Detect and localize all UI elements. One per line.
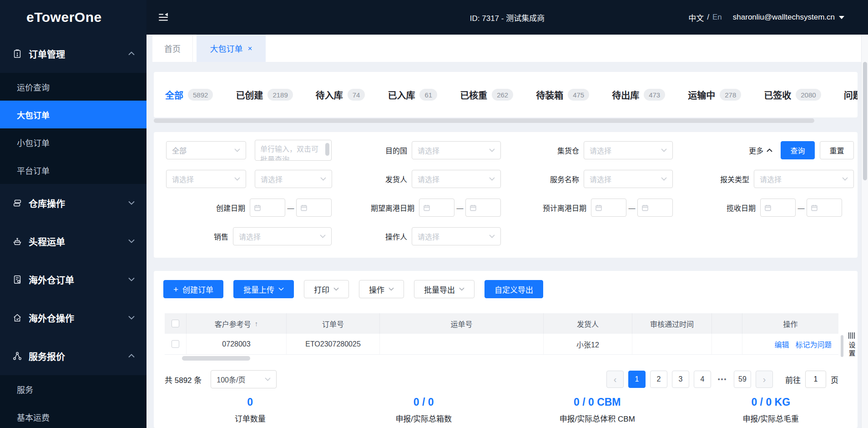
status-tab-weighed[interactable]: 已核重 262	[460, 88, 513, 102]
table-horizontal-scrollbar[interactable]	[182, 356, 250, 361]
close-icon[interactable]: ×	[248, 45, 252, 52]
sidebar: eTowerOne 订单管理 运价查询 大包订单 小包订单 平台订单	[0, 0, 146, 428]
expected-etd-end-input[interactable]	[465, 199, 501, 217]
field-label: 报关类型	[673, 173, 754, 184]
select-all-checkbox[interactable]	[172, 320, 179, 327]
sales-select[interactable]: 请选择	[233, 227, 332, 245]
app-logo[interactable]: eTowerOne	[0, 0, 146, 35]
quote-network-icon	[12, 351, 23, 362]
scrollbar-thumb[interactable]	[863, 62, 867, 180]
hub-warehouse-select[interactable]: 请选择	[584, 141, 673, 159]
prev-page-button[interactable]: ‹	[606, 371, 624, 388]
sidebar-group-order-management[interactable]: 订单管理	[0, 35, 146, 73]
column-header-waybill-no[interactable]: 运单号	[380, 313, 544, 334]
table-vertical-scrollbar[interactable]	[841, 335, 843, 357]
caret-down-icon[interactable]	[839, 16, 844, 19]
reset-button[interactable]: 重置	[820, 141, 854, 159]
shipper-select[interactable]: 请选择	[412, 170, 501, 188]
table-row[interactable]: 0728003 ETO2307280025 小张12 编辑 标记为问题	[165, 334, 838, 355]
goto-page-input[interactable]	[805, 371, 826, 388]
scrollbar-thumb[interactable]	[154, 118, 814, 123]
operator-select[interactable]: 请选择	[412, 227, 501, 245]
lang-en[interactable]: En	[712, 13, 722, 22]
batch-export-button[interactable]: 批量导出	[414, 280, 474, 298]
sidebar-item-freight-query[interactable]: 运价查询	[0, 73, 146, 101]
sidebar-item-base-freight[interactable]: 基本运费	[0, 403, 146, 428]
column-header-customer-ref[interactable]: 客户参考号 ↑	[187, 313, 287, 334]
lang-zh[interactable]: 中文	[688, 12, 704, 23]
row-checkbox[interactable]	[172, 340, 179, 348]
status-tab-all[interactable]: 全部 5892	[165, 88, 213, 102]
chevron-down-icon	[265, 377, 271, 381]
order-type-select[interactable]: 全部	[166, 141, 246, 159]
filter-select-a[interactable]: 请选择	[166, 170, 246, 188]
search-button[interactable]: 查询	[781, 141, 815, 159]
tab-big-parcel-orders[interactable]: 大包订单 ×	[197, 35, 266, 62]
sidebar-item-platform-orders[interactable]: 平台订单	[0, 156, 146, 184]
status-tab-created[interactable]: 已创建 2189	[236, 88, 293, 102]
sidebar-group-warehouse-ops[interactable]: 仓库操作	[0, 184, 146, 222]
dest-country-select[interactable]: 请选择	[412, 141, 501, 159]
sidebar-item-small-parcel-orders[interactable]: 小包订单	[0, 128, 146, 156]
sidebar-group-first-leg[interactable]: 头程运单	[0, 222, 146, 260]
tab-home[interactable]: 首页	[152, 35, 193, 62]
service-name-select[interactable]: 请选择	[584, 170, 673, 188]
sidebar-group-service-quote[interactable]: 服务报价	[0, 337, 146, 375]
page-button-2[interactable]: 2	[650, 371, 667, 388]
chevron-down-icon	[128, 239, 135, 244]
filter-select-b[interactable]: 请选择	[255, 170, 332, 188]
batch-search-input[interactable]: 单行输入，双击可批量查询	[255, 140, 332, 161]
pickup-date-end-input[interactable]	[807, 199, 842, 217]
sidebar-group-label: 头程运单	[29, 235, 128, 248]
sidebar-group-overseas-orders[interactable]: 海外仓订单	[0, 260, 146, 299]
summary-label: 订单数量	[163, 413, 337, 424]
print-button[interactable]: 打印	[304, 280, 349, 298]
column-settings-button[interactable]: 设置	[846, 332, 857, 358]
page-button-1[interactable]: 1	[628, 371, 646, 388]
sidebar-group-overseas-ops[interactable]: 海外仓操作	[0, 299, 146, 337]
status-tab-pending-outbound[interactable]: 待出库 473	[612, 88, 665, 102]
actions-button[interactable]: 操作	[359, 280, 404, 298]
create-order-button[interactable]: + 创建订单	[163, 280, 223, 298]
summary-label: 申报/实际总毛重	[684, 413, 858, 424]
column-header-audit-time[interactable]: 审核通过时间	[632, 313, 712, 334]
custom-export-button[interactable]: 自定义导出	[484, 280, 543, 298]
sort-asc-icon[interactable]: ↑	[255, 320, 258, 327]
created-date-start-input[interactable]	[250, 199, 285, 217]
sidebar-item-big-parcel-orders[interactable]: 大包订单	[0, 101, 146, 128]
page-button-3[interactable]: 3	[672, 371, 689, 388]
field-label: 目的国	[332, 145, 412, 156]
estimated-etd-start-input[interactable]	[591, 199, 626, 217]
column-header-shipper[interactable]: 发货人	[544, 313, 632, 334]
page-ellipsis[interactable]: •••	[716, 376, 729, 383]
status-tab-delivered[interactable]: 已签收 2080	[764, 88, 821, 102]
calendar-icon	[641, 204, 649, 211]
column-header-order-no[interactable]: 订单号	[287, 313, 380, 334]
page-scrollbar[interactable]	[861, 35, 868, 428]
next-page-button[interactable]: ›	[756, 371, 773, 388]
status-tab-problem[interactable]: 问题件	[844, 88, 858, 102]
created-date-end-input[interactable]	[296, 199, 332, 217]
pickup-date-start-input[interactable]	[760, 199, 796, 217]
status-tab-inbound[interactable]: 已入库 61	[388, 88, 437, 102]
page-button-last[interactable]: 59	[734, 371, 751, 388]
customs-type-select[interactable]: 请选择	[754, 170, 854, 188]
lang-divider: /	[707, 13, 709, 22]
horizontal-scrollbar[interactable]	[154, 118, 858, 123]
edit-link[interactable]: 编辑	[775, 339, 789, 350]
summary-stats: 0 订单数量 0 / 0 申报/实际总箱数 0 / 0 CBM 申报/实际总体积…	[163, 396, 858, 424]
status-tab-in-transit[interactable]: 运输中 278	[688, 88, 741, 102]
mark-problem-link[interactable]: 标记为问题	[796, 339, 831, 350]
user-email[interactable]: sharonliu@walltechsystem.cn	[733, 13, 835, 22]
estimated-etd-end-input[interactable]	[637, 199, 673, 217]
page-size-select[interactable]: 100条/页	[211, 370, 277, 388]
status-tab-pending-inbound[interactable]: 待入库 74	[316, 88, 365, 102]
more-filters-toggle[interactable]: 更多	[749, 145, 772, 156]
page-button-4[interactable]: 4	[694, 371, 711, 388]
chevron-down-icon	[661, 148, 667, 152]
scrollbar-thumb[interactable]	[325, 143, 329, 156]
sidebar-item-service[interactable]: 服务	[0, 375, 146, 403]
expected-etd-start-input[interactable]	[419, 199, 454, 217]
status-tab-pending-packing[interactable]: 待装箱 475	[536, 88, 589, 102]
batch-upload-button[interactable]: 批量上传	[233, 280, 294, 298]
